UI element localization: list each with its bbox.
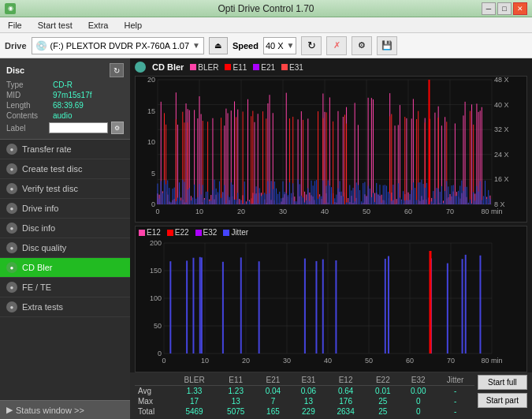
legend-item2-E32: E32: [195, 228, 218, 237]
length-value: 68:39.69: [53, 101, 84, 110]
sidebar-label-transfer-rate: Transfer rate: [22, 144, 72, 154]
legend-item2-Jitter: Jitter: [223, 228, 248, 237]
refresh-button[interactable]: ↻: [301, 36, 322, 55]
drive-label: Drive: [5, 41, 27, 51]
chart2-legend: E12E22E32Jitter: [139, 228, 248, 237]
chart1-canvas: [136, 77, 525, 220]
speed-label: Speed: [233, 41, 259, 51]
mid-label: MID: [6, 91, 50, 99]
maximize-button[interactable]: □: [497, 2, 512, 15]
legend-dot-E31: [281, 64, 288, 70]
chart-title-row: CD Bler BLERE11E21E31: [135, 62, 527, 73]
disc-header: Disc ↻: [6, 63, 124, 77]
sidebar-icon-fe-te: ●: [6, 282, 17, 293]
minimize-button[interactable]: ─: [482, 2, 496, 15]
sidebar-item-disc-quality[interactable]: ●Disc quality: [0, 238, 130, 258]
start-part-button[interactable]: Start part: [478, 393, 527, 408]
chart2-box: E12E22E32Jitter: [135, 226, 527, 372]
stats-row-Avg: Avg1.331.230.040.060.640.010.00-: [135, 386, 474, 397]
legend-item-E31: E31: [281, 63, 303, 72]
sidebar-item-drive-info[interactable]: ●Drive info: [0, 199, 130, 219]
close-button[interactable]: ✕: [513, 2, 527, 15]
legend-item2-E22: E22: [167, 228, 189, 237]
sidebar-label-create-test-disc: Create test disc: [22, 164, 82, 174]
main-layout: Disc ↻ Type CD-R MID 97m15s17f Length 68…: [0, 58, 532, 419]
status-window-icon: ▶: [6, 405, 13, 415]
sidebar-label-extra-tests: Extra tests: [22, 302, 63, 312]
sidebar-label-fe-te: FE / TE: [22, 282, 51, 292]
stats-table: BLERE11E21E31E12E22E32Jitter Avg1.331.23…: [135, 375, 474, 417]
length-label: Length: [6, 101, 50, 110]
stats-col-E22: E22: [365, 375, 400, 386]
type-label: Type: [6, 80, 50, 89]
stats-buttons: Start full Start part: [478, 375, 527, 408]
sidebar-icon-disc-info: ●: [6, 223, 17, 234]
stats-col-Jitter: Jitter: [436, 375, 474, 386]
chart2-canvas: [136, 240, 525, 369]
stats-area: BLERE11E21E31E12E22E32Jitter Avg1.331.23…: [130, 372, 532, 419]
sidebar-icon-cd-bler: ●: [6, 262, 17, 273]
content-area: CD Bler BLERE11E21E31 E12E22E32Jitter BL…: [130, 58, 532, 419]
sidebar-label-cd-bler: CD Bler: [22, 263, 53, 272]
sidebar-item-extra-tests[interactable]: ●Extra tests: [0, 297, 130, 317]
sidebar-icon-create-test-disc: ●: [6, 163, 17, 174]
sidebar-label-disc-quality: Disc quality: [22, 243, 66, 253]
legend-dot-BLER: [190, 64, 196, 70]
erase-button[interactable]: ✗: [326, 36, 347, 55]
label-settings-button[interactable]: ⚙: [111, 122, 124, 134]
legend-item-BLER: BLER: [190, 63, 218, 72]
menu-extra[interactable]: Extra: [84, 19, 113, 32]
title-bar-controls: ─ □ ✕: [482, 2, 527, 15]
contents-label: Contents: [6, 111, 50, 120]
stats-row-Max: Max1713713176250-: [135, 396, 474, 406]
sidebar-label-disc-info: Disc info: [22, 223, 55, 233]
status-window-button[interactable]: ▶ Status window >>: [0, 400, 130, 419]
sidebar-nav: ●Transfer rate●Create test disc●Verify t…: [0, 140, 130, 317]
menu-start-test[interactable]: Start test: [33, 19, 77, 32]
sidebar-icon-verify-test-disc: ●: [6, 183, 17, 194]
label-input[interactable]: [49, 122, 108, 133]
menu-bar: File Start test Extra Help: [0, 17, 532, 33]
sidebar-icon-transfer-rate: ●: [6, 144, 17, 155]
menu-file[interactable]: File: [3, 19, 27, 32]
sidebar-item-disc-info[interactable]: ●Disc info: [0, 219, 130, 238]
eject-button[interactable]: ⏏: [209, 37, 228, 54]
sidebar-item-cd-bler[interactable]: ●CD Bler: [0, 258, 130, 278]
sidebar-item-fe-te[interactable]: ●FE / TE: [0, 278, 130, 297]
sidebar-label-drive-info: Drive info: [22, 204, 58, 213]
title-bar: ◉ Opti Drive Control 1.70 ─ □ ✕: [0, 0, 532, 17]
chart1-box: [135, 76, 527, 223]
sidebar-item-create-test-disc[interactable]: ●Create test disc: [0, 159, 130, 179]
legend-item-E21: E21: [253, 63, 275, 72]
drive-bar: Drive 💿 (F:) PLEXTOR DVDR PX-760A 1.07 ▼…: [0, 33, 532, 58]
sidebar-icon-disc-quality: ●: [6, 242, 17, 253]
speed-value: 40 X: [266, 41, 284, 51]
drive-value: (F:) PLEXTOR DVDR PX-760A 1.07: [50, 41, 189, 51]
save-button[interactable]: 💾: [377, 36, 397, 55]
stats-col-E21: E21: [255, 375, 291, 386]
sidebar-icon-extra-tests: ●: [6, 301, 17, 312]
start-full-button[interactable]: Start full: [478, 375, 527, 390]
sidebar-item-transfer-rate[interactable]: ●Transfer rate: [0, 140, 130, 159]
sidebar-label-verify-test-disc: Verify test disc: [22, 184, 78, 193]
mid-value: 97m15s17f: [53, 91, 91, 99]
settings-button[interactable]: ⚙: [352, 36, 372, 55]
disc-panel: Disc ↻ Type CD-R MID 97m15s17f Length 68…: [0, 58, 130, 140]
title-bar-title: Opti Drive Control 1.70: [0, 3, 532, 14]
drive-selector[interactable]: 💿 (F:) PLEXTOR DVDR PX-760A 1.07 ▼: [32, 37, 204, 54]
label-label: Label: [6, 124, 46, 133]
legend-dot-E21: [253, 64, 259, 70]
menu-help[interactable]: Help: [119, 19, 147, 32]
type-value: CD-R: [53, 80, 73, 89]
legend-item2-E12: E12: [139, 228, 161, 237]
stats-col-E12: E12: [326, 375, 366, 386]
legend-item-E11: E11: [225, 63, 247, 72]
stats-row-Total: Total546950751652292634250-: [135, 406, 474, 417]
sidebar-item-verify-test-disc[interactable]: ●Verify test disc: [0, 179, 130, 199]
chart1-legend: BLERE11E21E31: [190, 63, 303, 72]
stats-col-BLER: BLER: [173, 375, 217, 386]
speed-selector[interactable]: 40 X ▼: [263, 37, 297, 54]
chart2-title-row: E12E22E32Jitter: [136, 226, 526, 238]
stats-col-E11: E11: [216, 375, 255, 386]
disc-refresh-button[interactable]: ↻: [110, 63, 124, 77]
